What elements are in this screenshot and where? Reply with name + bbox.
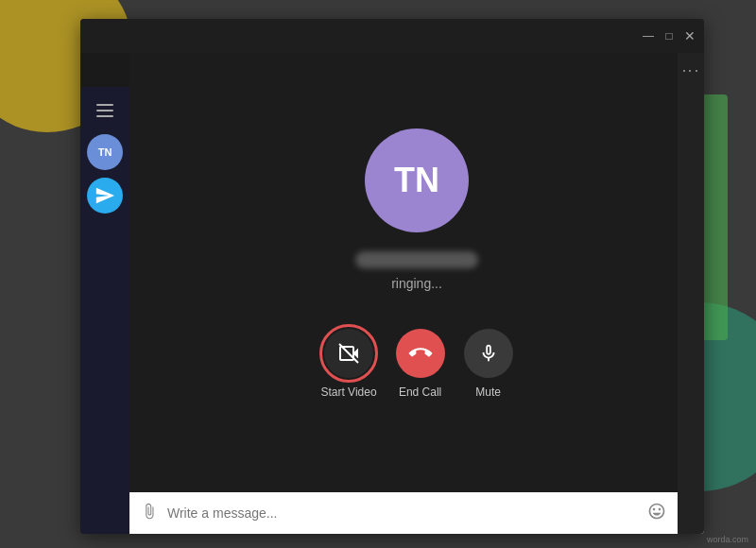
sidebar: TN [80,87,129,534]
call-screen: TN ringing... Start Vi [129,53,704,492]
end-call-label: End Call [399,385,441,399]
mute-button[interactable] [464,329,513,378]
mute-label: Mute [475,385,501,399]
title-bar: — □ ✕ [80,19,704,53]
hamburger-menu[interactable] [89,94,121,127]
main-window: — □ ✕ TN [80,19,704,534]
content-area: TN ringing... Start Vi [129,53,704,534]
mute-action: Mute [464,329,513,399]
emoji-icon[interactable] [647,502,666,525]
caller-avatar: TN [365,128,469,232]
hamburger-line-2 [96,110,113,111]
minimize-button[interactable]: — [642,29,655,43]
close-button[interactable]: ✕ [683,29,696,43]
end-call-action: End Call [396,329,445,399]
message-bar [129,492,704,534]
maximize-button[interactable]: □ [662,29,676,43]
message-input[interactable] [167,505,638,521]
three-dot-menu: ⋮ [678,53,704,534]
sidebar-user-avatar[interactable]: TN [87,134,123,170]
sidebar-telegram-icon[interactable] [87,178,123,214]
call-actions: Start Video End Call [320,329,512,399]
window-controls: — □ ✕ [642,29,696,43]
watermark: worda.com [707,535,748,544]
attachment-icon[interactable] [141,503,158,524]
hamburger-line-3 [96,115,113,117]
start-video-action: Start Video [320,329,376,399]
start-video-button[interactable] [324,329,373,378]
start-video-label: Start Video [320,385,376,399]
call-status: ringing... [391,276,442,291]
hamburger-line-1 [96,104,113,106]
caller-name-blurred [355,251,478,268]
end-call-button[interactable] [396,329,445,378]
options-icon[interactable]: ⋮ [680,62,701,81]
